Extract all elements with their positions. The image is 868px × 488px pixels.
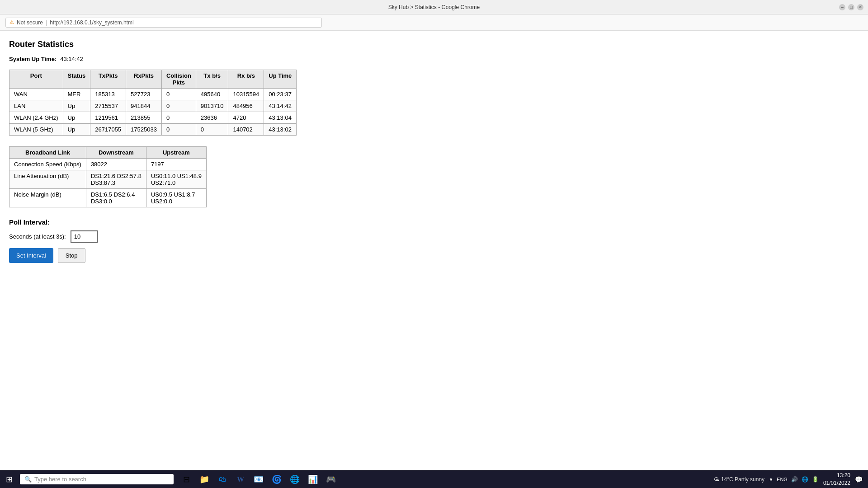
cell-downstream: DS1:6.5 DS2:6.4DS3:0.0	[86, 189, 146, 207]
poll-title: Poll Interval:	[9, 218, 859, 226]
cell-txbs: 0	[196, 124, 228, 136]
cell-rxpkts: 17525033	[126, 124, 162, 136]
taskbar-icon-game[interactable]: 🎮	[323, 471, 339, 488]
taskbar-search-box[interactable]: 🔍 Type here to search	[20, 474, 174, 484]
cell-txpkts: 2715537	[90, 100, 126, 112]
col-downstream: Downstream	[86, 147, 146, 159]
taskbar-icon-outlook[interactable]: 📧	[250, 471, 267, 488]
weather-text: 14°C Partly sunny	[721, 476, 764, 483]
page-content: Router Statistics System Up Time: 43:14:…	[0, 31, 868, 470]
col-status: Status	[63, 70, 90, 89]
cell-txpkts: 185313	[90, 89, 126, 100]
broadband-table: Broadband Link Downstream Upstream Conne…	[9, 146, 207, 207]
col-broadband-link: Broadband Link	[9, 147, 86, 159]
cell-port: LAN	[9, 100, 63, 112]
poll-section: Poll Interval: Seconds (at least 3s): Se…	[9, 218, 859, 263]
col-uptime: Up Time	[264, 70, 297, 89]
cell-txbs: 495640	[196, 89, 228, 100]
datetime-display[interactable]: 13:20 01/01/2022	[823, 472, 850, 487]
tray-icon-volume[interactable]: 🔊	[791, 476, 798, 483]
taskbar-icon-browser1[interactable]: 🌀	[269, 471, 285, 488]
taskbar-icon-word[interactable]: W	[232, 471, 249, 488]
taskbar-icon-excel[interactable]: 📊	[305, 471, 321, 488]
cell-status: Up	[63, 100, 90, 112]
page-title: Router Statistics	[9, 40, 859, 49]
current-time: 13:20	[823, 472, 850, 479]
cell-rxpkts: 941844	[126, 100, 162, 112]
browser-title: Sky Hub > Statistics - Google Chrome	[5, 4, 863, 10]
cell-collision: 0	[161, 89, 196, 100]
weather-icon: 🌤	[714, 476, 719, 483]
poll-buttons: Set Interval Stop	[9, 248, 859, 263]
cell-rxbs: 4720	[228, 112, 264, 124]
cell-uptime: 43:13:04	[264, 112, 297, 124]
url-input[interactable]: ⚠ Not secure | http://192.168.0.1/sky_sy…	[5, 18, 322, 28]
col-rxbs: Rx b/s	[228, 70, 264, 89]
url-text: http://192.168.0.1/sky_system.html	[50, 19, 133, 26]
table-row: WLAN (5 GHz) Up 26717055 17525033 0 0 14…	[9, 124, 297, 136]
poll-row: Seconds (at least 3s):	[9, 230, 859, 243]
cell-rxpkts: 527723	[126, 89, 162, 100]
browser-titlebar: Sky Hub > Statistics - Google Chrome – □…	[0, 0, 868, 14]
cell-collision: 0	[161, 100, 196, 112]
uptime-value: 43:14:42	[60, 56, 83, 62]
col-rxpkts: RxPkts	[126, 70, 162, 89]
col-txbs: Tx b/s	[196, 70, 228, 89]
col-collision: CollisionPkts	[161, 70, 196, 89]
taskbar-icon-chrome[interactable]: 🌐	[287, 471, 303, 488]
col-txpkts: TxPkts	[90, 70, 126, 89]
taskbar-right: 🌤 14°C Partly sunny ∧ ENG 🔊 🌐 🔋 13:20 01…	[714, 472, 868, 487]
cell-status: MER	[63, 89, 90, 100]
cell-upstream: 7197	[146, 159, 206, 170]
taskbar-search-icon: 🔍	[24, 476, 32, 483]
cell-collision: 0	[161, 112, 196, 124]
cell-txpkts: 1219561	[90, 112, 126, 124]
cell-broadband-label: Noise Margin (dB)	[9, 189, 86, 207]
start-button[interactable]: ⊞	[0, 470, 18, 488]
not-secure-icon: ⚠	[9, 19, 14, 25]
tray-caret[interactable]: ∧	[769, 476, 773, 483]
tray-icon-network[interactable]: 🌐	[802, 476, 808, 483]
poll-seconds-input[interactable]	[71, 230, 98, 243]
table-row: LAN Up 2715537 941844 0 9013710 484956 4…	[9, 100, 297, 112]
cell-txpkts: 26717055	[90, 124, 126, 136]
cell-upstream: US0:9.5 US1:8.7US2:0.0	[146, 189, 206, 207]
minimize-button[interactable]: –	[839, 4, 845, 10]
weather-info: 🌤 14°C Partly sunny	[714, 476, 764, 483]
cell-rxbs: 484956	[228, 100, 264, 112]
cell-txbs: 23636	[196, 112, 228, 124]
tray-icon-battery: 🔋	[812, 476, 819, 483]
uptime-row: System Up Time: 43:14:42	[9, 56, 859, 62]
network-stats-table: Port Status TxPkts RxPkts CollisionPkts …	[9, 70, 297, 136]
cell-status: Up	[63, 124, 90, 136]
cell-uptime: 43:13:02	[264, 124, 297, 136]
taskbar-search-placeholder: Type here to search	[34, 476, 86, 483]
cell-port: WAN	[9, 89, 63, 100]
cell-rxbs: 10315594	[228, 89, 264, 100]
taskbar-icon-explorer[interactable]: 📁	[196, 471, 212, 488]
cell-broadband-label: Connection Speed (Kbps)	[9, 159, 86, 170]
current-date: 01/01/2022	[823, 479, 850, 487]
notification-icon[interactable]: 💬	[855, 476, 863, 483]
col-upstream: Upstream	[146, 147, 206, 159]
cell-txbs: 9013710	[196, 100, 228, 112]
cell-uptime: 43:14:42	[264, 100, 297, 112]
cell-downstream: DS1:21.6 DS2:57.8DS3:87.3	[86, 170, 146, 189]
taskbar: ⊞ 🔍 Type here to search ⊟ 📁 🛍 W 📧 🌀 🌐 📊 …	[0, 470, 868, 488]
cell-port: WLAN (5 GHz)	[9, 124, 63, 136]
taskbar-icon-task-view[interactable]: ⊟	[178, 471, 194, 488]
stop-button[interactable]: Stop	[58, 248, 85, 263]
cell-broadband-label: Line Attenuation (dB)	[9, 170, 86, 189]
table-row: Noise Margin (dB) DS1:6.5 DS2:6.4DS3:0.0…	[9, 189, 207, 207]
uptime-label: System Up Time:	[9, 56, 57, 62]
tray-icon-lang: ENG	[777, 477, 788, 482]
cell-uptime: 00:23:37	[264, 89, 297, 100]
cell-rxbs: 140702	[228, 124, 264, 136]
maximize-button[interactable]: □	[848, 4, 854, 10]
cell-port: WLAN (2.4 GHz)	[9, 112, 63, 124]
cell-upstream: US0:11.0 US1:48.9US2:71.0	[146, 170, 206, 189]
set-interval-button[interactable]: Set Interval	[9, 248, 53, 263]
table-row: WAN MER 185313 527723 0 495640 10315594 …	[9, 89, 297, 100]
close-button[interactable]: ✕	[857, 4, 863, 10]
taskbar-icon-store[interactable]: 🛍	[214, 471, 231, 488]
